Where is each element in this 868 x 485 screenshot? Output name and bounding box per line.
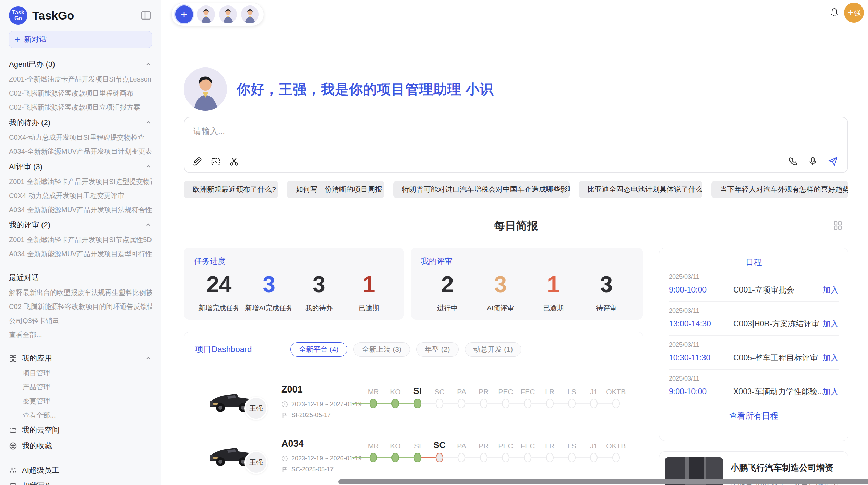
add-agent-button[interactable]: +	[175, 5, 193, 23]
milestone-node-MR[interactable]	[370, 453, 377, 462]
attachment-icon[interactable]	[192, 157, 202, 167]
milestone-node-KO[interactable]	[391, 399, 399, 408]
milestone-node-cell	[517, 399, 539, 408]
sidebar-collapse-icon[interactable]	[140, 10, 152, 21]
chevron-up-icon	[145, 222, 152, 228]
milestone-node-SC[interactable]	[436, 453, 443, 462]
dashboard-tab[interactable]: 全新平台 (4)	[290, 342, 347, 357]
schedule-item-date: 2025/03/11	[669, 341, 839, 348]
sidebar-item-ai-employee[interactable]: AI超级员工	[9, 462, 152, 478]
milestone-node-PEC[interactable]	[502, 453, 509, 462]
milestone-node-PR[interactable]	[480, 453, 487, 462]
sidebar-item[interactable]: Z001-全新燃油轻卡产品开发项目SI节点属性5D文件评审	[9, 233, 152, 247]
suggestion-chip[interactable]: 比亚迪全固态电池计划具体说了什么	[579, 181, 702, 198]
project-flag-text: SC-2025-05-17	[291, 466, 334, 473]
stats-values-row: 2进行中3AI预评审1已逾期3待评审	[421, 271, 633, 313]
sidebar-item[interactable]: Z001-全新燃油轻卡产品开发项目SI造型提交物评审	[9, 175, 152, 189]
milestone-label: PA	[450, 442, 472, 450]
project-row[interactable]: 王强Z0012023-12-19 ~ 2027-01-19SI-2025-05-…	[184, 383, 643, 437]
milestone-node-J1[interactable]	[590, 399, 598, 408]
sidebar-item[interactable]: C02-飞腾新能源轻客改款项目立项汇报方案	[9, 100, 152, 114]
horizontal-scrollbar[interactable]	[338, 479, 868, 484]
sidebar-app-item[interactable]: 产品管理	[9, 380, 152, 394]
new-chat-button[interactable]: + 新对话	[9, 31, 152, 48]
milestone-node-PEC[interactable]	[502, 399, 509, 408]
stat-value: 24	[194, 271, 244, 298]
layout-grid-icon[interactable]	[832, 220, 843, 231]
milestone-node-PR[interactable]	[480, 399, 487, 408]
milestone-node-OKTB[interactable]	[612, 453, 620, 462]
sidebar-item[interactable]: A034-全新新能源MUV产品开发项目计划变更表编写	[9, 145, 152, 159]
cloud-space-label: 我的云空间	[22, 425, 152, 435]
suggestion-chip[interactable]: 欧洲新规最近颁布了什么?	[184, 181, 278, 198]
dashboard-tab[interactable]: 年型 (2)	[416, 342, 459, 357]
stat-value: 3	[474, 271, 527, 298]
milestone-node-SI[interactable]	[414, 399, 421, 408]
sidebar-item[interactable]: C0X4-动力总成开发项目SI里程碑提交物检查	[9, 130, 152, 145]
sidebar-item[interactable]: 公司Q3轻卡销量	[9, 314, 152, 328]
dashboard-tab[interactable]: 动总开发 (1)	[465, 342, 522, 357]
user-avatar[interactable]: 王强	[844, 3, 864, 23]
image-upload-icon[interactable]	[210, 157, 221, 167]
sidebar-item-my-apps[interactable]: 我的应用	[9, 350, 152, 366]
agent-avatar-2[interactable]	[219, 5, 237, 23]
milestone-label: OKTB	[605, 442, 627, 450]
sidebar-item[interactable]: 解释最新出台的欧盟报废车法规再生塑料比例被调至15%...	[9, 286, 152, 300]
sidebar-section-header[interactable]: 我的待办 (2)	[9, 114, 152, 130]
send-icon[interactable]	[828, 156, 839, 167]
sidebar-app-item[interactable]: 变更管理	[9, 394, 152, 408]
daily-briefing-title: 每日简报	[494, 220, 538, 232]
schedule-join-link[interactable]: 加入	[823, 386, 839, 397]
schedule-join-link[interactable]: 加入	[823, 285, 839, 295]
milestone-node-MR[interactable]	[370, 399, 377, 408]
schedule-join-link[interactable]: 加入	[823, 319, 839, 329]
sidebar-section-header[interactable]: 最近对话	[9, 270, 152, 286]
milestone-node-OKTB[interactable]	[612, 399, 620, 408]
sidebar-item[interactable]: A034-全新新能源MUV产品开发项目法规符合性评审	[9, 203, 152, 217]
milestone-node-LS[interactable]	[568, 399, 576, 408]
project-row[interactable]: 王强A0342023-12-19 ~ 2026-01-19SC-2025-05-…	[184, 437, 643, 485]
milestone-node-J1[interactable]	[590, 453, 598, 462]
suggestion-chip[interactable]: 特朗普可能对进口汽车增税会对中国车企造成哪些影响	[393, 181, 570, 198]
sidebar-section-header[interactable]: 我的评审 (2)	[9, 217, 152, 233]
milestone-node-PA[interactable]	[458, 399, 465, 408]
project-dates-text: 2023-12-19 ~ 2026-01-19	[291, 455, 362, 462]
milestone-node-LR[interactable]	[546, 399, 554, 408]
sidebar-item[interactable]: C02-飞腾新能源轻客改款项目里程碑画布	[9, 86, 152, 100]
agent-avatar-3[interactable]	[241, 5, 259, 23]
milestone-node-FEC[interactable]	[524, 453, 531, 462]
sidebar-item[interactable]: C0X4-动力总成开发项目工程变更评审	[9, 189, 152, 203]
milestone-node-SI[interactable]	[414, 453, 421, 462]
sidebar-item-help-write[interactable]: 帮我写作	[9, 478, 152, 485]
sidebar-item[interactable]: Z001-全新燃油皮卡产品开发项目SI节点Lesson Learn报告	[9, 72, 152, 86]
project-dates: 2023-12-19 ~ 2026-01-19	[281, 455, 362, 462]
suggestion-chip[interactable]: 如何写一份清晰的项目周报	[287, 181, 384, 198]
sidebar-section-header[interactable]: Agent已办 (3)	[9, 56, 152, 72]
sidebar-section-header[interactable]: AI评审 (3)	[9, 159, 152, 175]
sidebar-item-favorites[interactable]: 我的收藏	[9, 438, 152, 454]
milestone-node-LS[interactable]	[568, 453, 576, 462]
sidebar-item-cloud-space[interactable]: 我的云空间	[9, 422, 152, 438]
sidebar-app-item[interactable]: 查看全部...	[9, 408, 152, 422]
milestone-node-KO[interactable]	[391, 453, 399, 462]
screenshot-scissors-icon[interactable]	[229, 157, 239, 167]
schedule-join-link[interactable]: 加入	[823, 352, 839, 363]
app-logo: Task Go	[9, 6, 27, 25]
sidebar-item[interactable]: 查看全部...	[9, 328, 152, 342]
suggestion-chip[interactable]: 当下年轻人对汽车外观有怎样的喜好趋势	[711, 181, 848, 198]
milestone-node-FEC[interactable]	[524, 399, 531, 408]
sidebar-item[interactable]: C02-飞腾新能源轻客改款项目的闭环通告反馈情况	[9, 300, 152, 314]
milestone-node-PA[interactable]	[458, 453, 465, 462]
view-all-schedule-link[interactable]: 查看所有日程	[669, 403, 839, 428]
milestone-node-LR[interactable]	[546, 453, 554, 462]
sidebar-app-item[interactable]: 项目管理	[9, 366, 152, 380]
voice-call-icon[interactable]	[788, 156, 798, 166]
milestone-node-SC[interactable]	[436, 399, 443, 408]
sidebar-item[interactable]: A034-全新新能源MUV产品开发项目造型可行性评审	[9, 247, 152, 261]
dashboard-tab[interactable]: 全新上装 (3)	[353, 342, 410, 357]
chat-input[interactable]: 请输入...	[184, 117, 848, 173]
microphone-icon[interactable]	[808, 156, 818, 166]
milestone-label: PEC	[495, 442, 517, 450]
notification-bell-icon[interactable]	[829, 7, 840, 18]
agent-avatar-1[interactable]	[197, 5, 215, 23]
